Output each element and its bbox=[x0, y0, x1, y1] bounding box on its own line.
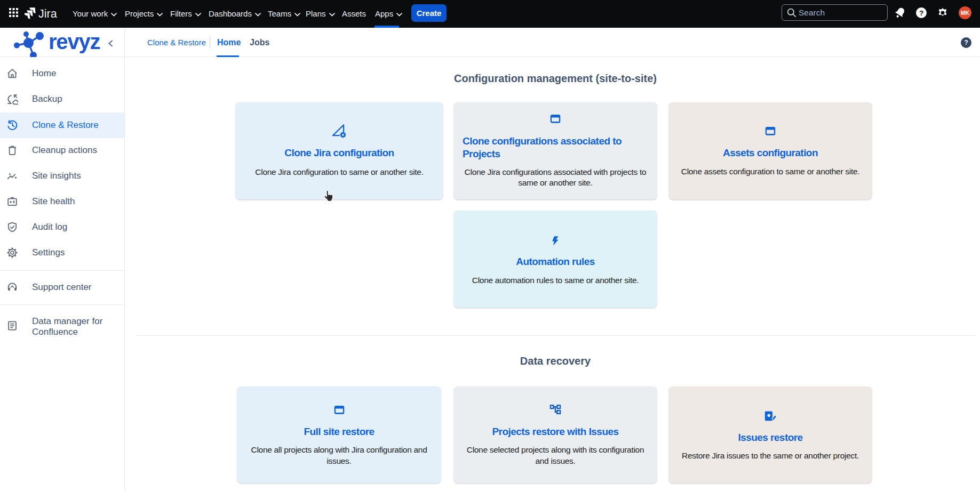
svg-text:?: ? bbox=[919, 9, 923, 17]
